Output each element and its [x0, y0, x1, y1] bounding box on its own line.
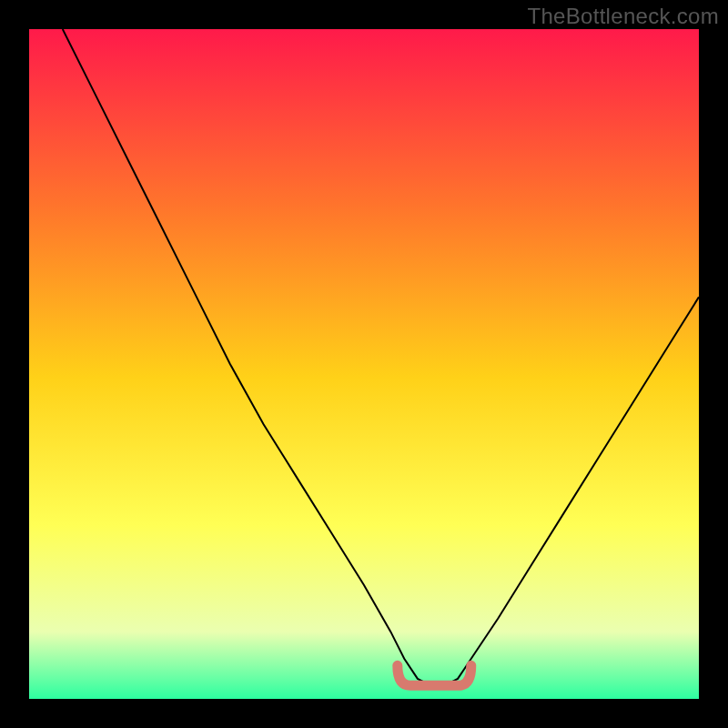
bottleneck-chart: [29, 29, 699, 699]
chart-frame: TheBottleneck.com: [0, 0, 728, 728]
gradient-background: [29, 29, 699, 699]
watermark-text: TheBottleneck.com: [527, 4, 719, 29]
